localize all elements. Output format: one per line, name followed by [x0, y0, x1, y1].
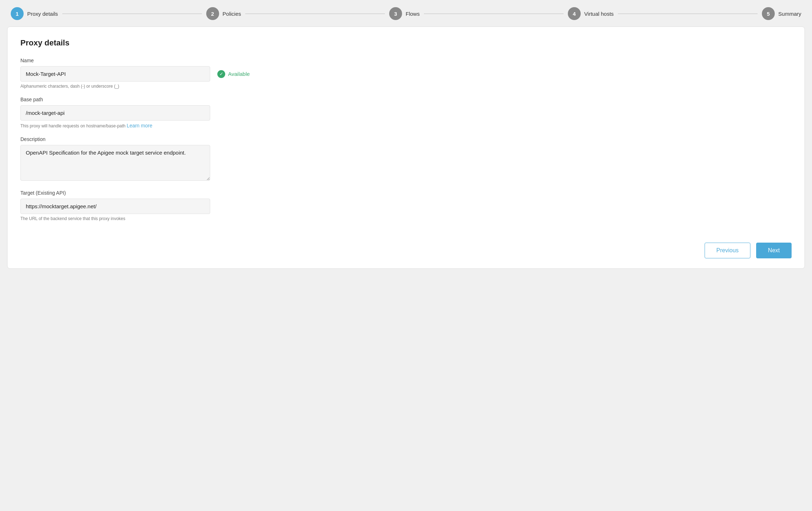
name-label: Name: [20, 58, 792, 63]
learn-more-link[interactable]: Learn more: [127, 123, 153, 128]
step-2: 2 Policies: [206, 7, 241, 20]
name-hint: Alphanumeric characters, dash (-) or und…: [20, 84, 792, 89]
card-footer: Previous Next: [20, 243, 792, 258]
step-1: 1 Proxy details: [11, 7, 58, 20]
step-1-label: Proxy details: [27, 11, 58, 17]
description-field-group: Description OpenAPI Specification for th…: [20, 136, 792, 182]
step-3-circle: 3: [389, 7, 402, 20]
base-path-field-group: Base path This proxy will handle request…: [20, 97, 792, 128]
step-line-4: [618, 14, 758, 14]
step-2-label: Policies: [223, 11, 241, 17]
step-1-circle: 1: [11, 7, 24, 20]
step-4-circle: 4: [568, 7, 581, 20]
name-input[interactable]: [20, 66, 210, 82]
target-label: Target (Existing API): [20, 190, 792, 196]
step-5: 5 Summary: [762, 7, 801, 20]
available-label: Available: [228, 71, 250, 77]
description-label: Description: [20, 136, 792, 142]
step-5-label: Summary: [778, 11, 801, 17]
step-line-3: [424, 14, 564, 14]
page-title: Proxy details: [20, 38, 792, 48]
step-2-circle: 2: [206, 7, 219, 20]
stepper: 1 Proxy details 2 Policies 3 Flows 4 Vir…: [7, 7, 805, 20]
available-badge: ✓ Available: [217, 70, 250, 78]
name-field-row: ✓ Available: [20, 66, 792, 82]
next-button[interactable]: Next: [756, 243, 792, 258]
name-field-group: Name ✓ Available Alphanumeric characters…: [20, 58, 792, 89]
step-4: 4 Virtual hosts: [568, 7, 614, 20]
target-input[interactable]: [20, 199, 210, 214]
step-5-circle: 5: [762, 7, 775, 20]
step-line-1: [62, 14, 202, 14]
base-path-label: Base path: [20, 97, 792, 102]
main-card: Proxy details Name ✓ Available Alphanume…: [7, 26, 805, 269]
base-path-hint: This proxy will handle requests on hostn…: [20, 123, 792, 128]
target-field-group: Target (Existing API) The URL of the bac…: [20, 190, 792, 221]
target-hint: The URL of the backend service that this…: [20, 216, 792, 221]
step-3: 3 Flows: [389, 7, 420, 20]
step-line-2: [245, 14, 385, 14]
description-textarea[interactable]: OpenAPI Specification for the Apigee moc…: [20, 145, 210, 181]
base-path-input[interactable]: [20, 105, 210, 121]
previous-button[interactable]: Previous: [705, 243, 750, 258]
step-4-label: Virtual hosts: [584, 11, 614, 17]
step-3-label: Flows: [406, 11, 420, 17]
check-icon: ✓: [217, 70, 225, 78]
